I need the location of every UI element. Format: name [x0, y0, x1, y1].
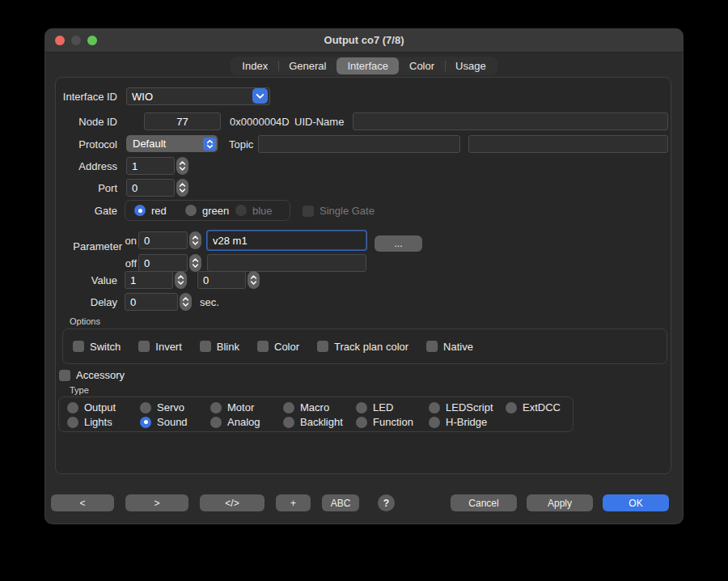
gate-label: Gate: [56, 205, 117, 217]
radio-icon: [185, 205, 197, 216]
radio-icon: [283, 402, 294, 413]
option-switch-checkbox[interactable]: Switch: [73, 341, 121, 353]
stepper-updown-icon: [250, 274, 257, 286]
interface-id-dropdown-button[interactable]: [252, 88, 268, 104]
tab-bar: Index General Interface Color Usage: [44, 57, 684, 75]
next-button[interactable]: >: [125, 494, 188, 511]
parameter-more-button[interactable]: ...: [375, 235, 422, 252]
help-button[interactable]: ?: [378, 494, 395, 511]
value-field-2[interactable]: [197, 271, 246, 289]
type-sound-radio[interactable]: Sound: [140, 416, 210, 428]
delay-stepper[interactable]: [180, 293, 192, 311]
parameter-on-text-field[interactable]: [207, 231, 366, 250]
radio-icon: [356, 402, 367, 413]
parameter-off-label: off: [104, 257, 137, 269]
previous-button[interactable]: <: [51, 494, 114, 511]
stepper-updown-icon: [179, 182, 186, 193]
radio-icon: [235, 205, 247, 216]
option-color-checkbox[interactable]: Color: [257, 341, 299, 353]
close-window-button[interactable]: [55, 36, 65, 45]
type-hbridge-radio[interactable]: H-Bridge: [429, 416, 506, 428]
topic-field[interactable]: [258, 135, 460, 153]
parameter-on-stepper[interactable]: [189, 231, 201, 249]
type-backlight-radio[interactable]: Backlight: [283, 416, 356, 428]
port-field[interactable]: [126, 179, 175, 197]
interface-id-combobox[interactable]: [126, 87, 270, 105]
radio-icon: [210, 402, 222, 413]
radio-icon: [140, 402, 151, 413]
options-group: Switch Invert Blink Color Track plan col…: [62, 329, 667, 364]
value-field-1[interactable]: [125, 271, 173, 289]
type-group-label: Type: [70, 385, 89, 395]
type-function-radio[interactable]: Function: [356, 416, 429, 428]
single-gate-checkbox: Single Gate: [303, 205, 375, 217]
type-servo-radio[interactable]: Servo: [140, 401, 210, 413]
type-output-radio[interactable]: Output: [67, 401, 140, 413]
tab-general[interactable]: General: [278, 57, 336, 74]
checkbox-icon: [59, 370, 70, 381]
abc-button[interactable]: ABC: [322, 494, 359, 511]
cancel-button[interactable]: Cancel: [451, 494, 517, 511]
port-stepper[interactable]: [176, 179, 188, 197]
type-ledscript-radio[interactable]: LEDScript: [429, 401, 506, 413]
checkbox-icon: [426, 341, 438, 352]
type-lights-radio[interactable]: Lights: [67, 416, 140, 428]
parameter-on-field[interactable]: [138, 231, 188, 249]
dialog-window: Output co7 (7/8) Index General Interface…: [44, 28, 684, 524]
uid-name-field[interactable]: [353, 112, 668, 130]
stepper-updown-icon: [192, 257, 199, 269]
parameter-off-stepper[interactable]: [189, 254, 201, 272]
parameter-off-text-field[interactable]: [207, 254, 366, 272]
radio-icon: [67, 417, 78, 428]
tab-usage[interactable]: Usage: [445, 57, 497, 74]
tab-index[interactable]: Index: [231, 57, 278, 74]
checkbox-icon: [200, 341, 211, 352]
gate-green-radio[interactable]: green: [185, 205, 235, 217]
node-id-hex-value: 0x0000004D: [230, 116, 290, 128]
address-stepper[interactable]: [176, 157, 188, 175]
accessory-checkbox[interactable]: Accessory: [59, 369, 125, 381]
delay-field[interactable]: [125, 293, 178, 311]
zoom-window-button[interactable]: [87, 36, 97, 45]
protocol-popup-button: [203, 138, 216, 151]
node-id-field[interactable]: [144, 112, 221, 130]
checkbox-icon: [317, 341, 328, 352]
tab-interface[interactable]: Interface: [336, 57, 399, 74]
value-stepper-2[interactable]: [248, 271, 260, 289]
gate-red-radio[interactable]: red: [134, 205, 185, 217]
radio-icon: [210, 417, 222, 428]
topic-field-2[interactable]: [468, 135, 668, 153]
uid-name-label: UID-Name: [294, 116, 344, 128]
value-stepper-1[interactable]: [175, 271, 187, 289]
port-label: Port: [56, 182, 117, 194]
type-extdcc-radio[interactable]: ExtDCC: [506, 401, 573, 413]
option-track-plan-color-checkbox[interactable]: Track plan color: [317, 341, 408, 353]
stepper-updown-icon: [192, 235, 199, 246]
title-bar: Output co7 (7/8): [44, 28, 684, 53]
minimize-window-button: [71, 36, 81, 45]
chevron-updown-icon: [206, 139, 214, 149]
delay-label: Delay: [56, 296, 117, 308]
address-field[interactable]: [126, 157, 175, 175]
stepper-updown-icon: [177, 274, 184, 286]
protocol-popup[interactable]: Default: [126, 135, 218, 152]
value-label: Value: [56, 274, 117, 286]
option-native-checkbox[interactable]: Native: [426, 341, 473, 353]
type-macro-radio[interactable]: Macro: [283, 401, 356, 413]
parameter-on-label: on: [104, 235, 137, 247]
option-invert-checkbox[interactable]: Invert: [138, 341, 182, 353]
code-button[interactable]: </>: [200, 494, 265, 511]
window-title: Output co7 (7/8): [324, 34, 404, 46]
add-button[interactable]: +: [276, 494, 311, 511]
protocol-label: Protocol: [56, 138, 117, 151]
type-motor-radio[interactable]: Motor: [210, 401, 283, 413]
apply-button[interactable]: Apply: [527, 494, 593, 511]
type-led-radio[interactable]: LED: [356, 401, 429, 413]
tab-color[interactable]: Color: [399, 57, 445, 74]
parameter-off-field[interactable]: [138, 254, 188, 272]
ok-button[interactable]: OK: [603, 494, 669, 511]
option-blink-checkbox[interactable]: Blink: [200, 341, 239, 353]
interface-form-panel: Interface ID Node ID 0x0000004D UID-Name…: [55, 77, 671, 474]
type-analog-radio[interactable]: Analog: [210, 416, 283, 428]
topic-label: Topic: [229, 138, 253, 151]
